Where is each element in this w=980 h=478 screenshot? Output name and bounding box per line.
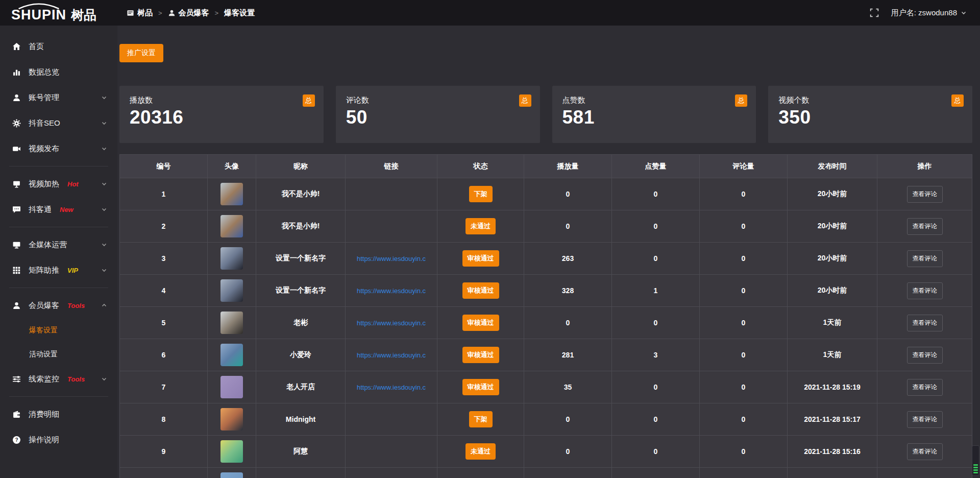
cell-status: 审核通过 [437, 275, 524, 307]
fullscreen-icon[interactable] [870, 8, 879, 17]
logo-text-cn: 树品 [71, 5, 96, 21]
cell-id: 3 [120, 243, 208, 275]
menu-divider [9, 227, 108, 227]
monitor-icon [12, 241, 21, 249]
avatar [220, 440, 243, 463]
video-link[interactable]: https://www.iesdouyin.c [357, 319, 426, 327]
sidebar-item-media-operation[interactable]: 全媒体运营 [0, 232, 117, 257]
sidebar-item-member-baoke[interactable]: 会员爆客Tools [0, 293, 117, 318]
sidebar-item-video-heat[interactable]: 视频加热Hot [0, 171, 117, 197]
sidebar-item-clue-monitor[interactable]: 线索监控Tools [0, 366, 117, 392]
cell-link [346, 210, 437, 243]
sidebar-item-douketong[interactable]: 抖客通New [0, 197, 117, 222]
submenu-item-baoke-settings[interactable]: 爆客设置 [0, 318, 117, 342]
promotion-settings-button[interactable]: 推广设置 [119, 44, 163, 62]
status-badge[interactable]: 审核通过 [462, 315, 499, 331]
cell-likes: 0 [612, 403, 700, 436]
help-icon: ? [12, 436, 21, 444]
breadcrumb-item-baoke-settings[interactable]: 爆客设置 [224, 8, 255, 18]
view-comments-button[interactable]: 查看评论 [907, 218, 943, 235]
cell-avatar [208, 307, 256, 339]
breadcrumb-item-root[interactable]: 树品 [127, 8, 153, 18]
status-badge[interactable]: 下架 [469, 411, 493, 427]
app-logo[interactable]: SHUPIN 树品 [0, 4, 117, 22]
stat-label: 播放数 [130, 95, 313, 105]
sidebar-item-label: 视频加热 [29, 179, 59, 189]
sidebar-item-data-overview[interactable]: 数据总览 [0, 59, 117, 85]
view-comments-button[interactable]: 查看评论 [907, 379, 943, 396]
stats-row: 播放数 20316 总 评论数 50 总 点赞数 581 总 视频个数 350 … [119, 86, 972, 143]
breadcrumb-separator: > [158, 9, 162, 17]
cell-actions: 查看评论 [877, 210, 972, 243]
status-badge[interactable]: 未通过 [465, 218, 496, 234]
cell-comments: 0 [700, 275, 788, 307]
video-link[interactable]: https://www.iesdouyin.c [357, 384, 426, 391]
status-badge[interactable]: 未通过 [465, 443, 496, 460]
view-comments-button[interactable]: 查看评论 [907, 443, 943, 460]
wallet-icon [12, 410, 21, 419]
column-header: 编号 [120, 155, 208, 178]
cell-status: 审核通过 [437, 307, 524, 339]
cell-link [346, 468, 437, 478]
table-row: 9 阿慧 未通过 0 0 0 2021-11-28 15:16 查看评论 [120, 436, 972, 468]
cell-id: 9 [120, 436, 208, 468]
cell-actions: 查看评论 [877, 371, 972, 403]
sidebar-item-consume-detail[interactable]: 消费明细 [0, 401, 117, 427]
status-badge[interactable]: 审核通过 [462, 282, 499, 299]
table-row: 1 我不是小帅! 下架 0 0 0 20小时前 查看评论 [120, 178, 972, 210]
sidebar-item-account-manage[interactable]: 账号管理 [0, 85, 117, 110]
cell-publish-time: 1天前 [788, 339, 877, 371]
stat-card: 点赞数 581 总 [552, 86, 756, 143]
videos-table: 编号头像昵称链接状态播放量点赞量评论量发布时间操作 1 我不是小帅! 下架 0 … [119, 154, 972, 478]
table-row: 4 设置一个新名字 https://www.iesdouyin.c 审核通过 3… [120, 275, 972, 307]
sidebar-item-video-publish[interactable]: 视频发布 [0, 136, 117, 161]
breadcrumb-item-member-baoke[interactable]: 会员爆客 [168, 8, 209, 18]
video-link[interactable]: https://www.iesdouyin.c [357, 287, 426, 295]
sidebar-item-matrix-boost[interactable]: 矩阵助推VIP [0, 257, 117, 283]
cell-nickname: 阿慧 [256, 436, 346, 468]
cell-nickname: 老人开店 [256, 371, 346, 403]
video-link[interactable]: https://www.iesdouyin.c [357, 351, 426, 359]
video-link[interactable]: https://www.iesdouyin.c [357, 255, 426, 262]
cell-link: https://www.iesdouyin.c [346, 275, 437, 307]
view-comments-button[interactable]: 查看评论 [907, 250, 943, 267]
view-comments-button[interactable]: 查看评论 [907, 282, 943, 299]
sidebar-item-operation-guide[interactable]: ?操作说明 [0, 427, 117, 452]
cell-comments [700, 468, 788, 478]
view-comments-button[interactable]: 查看评论 [907, 186, 943, 203]
sidebar-item-label: 视频发布 [29, 144, 59, 154]
avatar [220, 376, 243, 398]
sidebar-item-home[interactable]: 首页 [0, 34, 117, 59]
status-badge[interactable]: 下架 [469, 186, 493, 202]
sidebar-item-label: 全媒体运营 [29, 240, 67, 250]
cell-likes: 0 [612, 210, 700, 243]
logo-arc-decoration [11, 3, 66, 9]
cell-plays [524, 468, 612, 478]
column-header: 链接 [346, 155, 437, 178]
user-menu[interactable]: 用户名: zswodun88 [891, 8, 967, 18]
view-comments-button[interactable]: 查看评论 [907, 315, 943, 331]
status-badge[interactable]: 审核通过 [462, 250, 499, 267]
submenu-item-activity-settings[interactable]: 活动设置 [0, 342, 117, 366]
menu-divider [9, 396, 108, 397]
view-comments-button[interactable]: 查看评论 [907, 411, 943, 428]
sidebar-item-label: 首页 [29, 42, 44, 52]
cell-publish-time: 1天前 [788, 307, 877, 339]
cell-nickname [256, 468, 346, 478]
side-tool-widget[interactable] [972, 445, 979, 476]
total-badge: 总 [951, 94, 964, 107]
avatar [220, 344, 243, 366]
sidebar-item-douyin-seo[interactable]: 抖音SEO [0, 110, 117, 136]
status-badge[interactable]: 审核通过 [462, 347, 499, 363]
status-badge[interactable]: 审核通过 [462, 379, 499, 395]
svg-text:?: ? [15, 437, 18, 443]
view-comments-button[interactable]: 查看评论 [907, 347, 943, 364]
stat-label: 点赞数 [562, 95, 746, 105]
cell-avatar [208, 178, 256, 210]
table-row: 3 设置一个新名字 https://www.iesdouyin.c 审核通过 2… [120, 243, 972, 275]
cell-publish-time [788, 468, 877, 478]
sidebar-item-label: 线索监控 [29, 374, 59, 384]
chart-icon [12, 68, 21, 77]
stat-value: 350 [778, 107, 962, 128]
avatar [220, 472, 243, 478]
